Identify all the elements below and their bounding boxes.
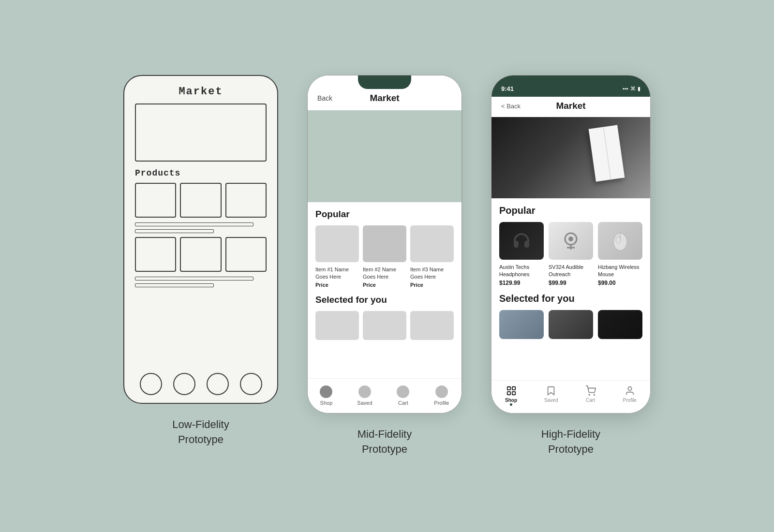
battery-icon: ▮ <box>638 86 640 92</box>
high-fi-nav-profile-label: Profile <box>623 398 637 403</box>
mid-fi-product-name-1: Item #1 Name Goes Here <box>315 266 359 280</box>
mid-fi-label: Mid-Fidelity Prototype <box>357 427 412 457</box>
svg-point-1 <box>568 236 573 241</box>
active-indicator <box>510 403 512 406</box>
high-fi-nav-profile[interactable]: Profile <box>623 385 637 403</box>
high-fi-nav-cart[interactable]: Cart <box>585 385 596 403</box>
high-fi-label: High-Fidelity Prototype <box>541 427 600 457</box>
svg-point-13 <box>628 387 631 390</box>
high-fi-products-grid: Austin Techs Headphones $129.99 <box>499 222 642 286</box>
low-fi-line-4 <box>135 283 214 287</box>
signal-icon: ▪▪▪ <box>623 86 628 91</box>
mid-fi-hero-placeholder <box>308 110 461 202</box>
high-fi-content-area: Popular Austin Techs Headphones $129.99 <box>491 198 650 380</box>
low-fi-product-6 <box>225 237 267 272</box>
high-fi-nav-cart-label: Cart <box>586 398 595 403</box>
hero-book-graphic <box>589 125 625 182</box>
low-fi-line-2 <box>135 229 214 233</box>
mid-fi-product-image-1 <box>315 225 359 262</box>
high-fi-product-name-2: SV324 Audible Outreach <box>549 264 593 278</box>
mid-fi-product-1[interactable]: Item #1 Name Goes Here Price <box>315 225 359 288</box>
low-fi-product-5 <box>180 237 221 272</box>
mid-fi-selected-grid <box>315 311 454 340</box>
mid-fi-nav-saved[interactable]: Saved <box>357 385 372 406</box>
mid-fi-nav-profile[interactable]: Profile <box>434 385 449 406</box>
svg-rect-10 <box>512 392 515 395</box>
low-fi-phone: Market Products <box>123 75 278 404</box>
mid-fi-notch <box>358 75 411 89</box>
cart-icon <box>397 385 409 398</box>
high-fi-phone: 9:41 ▪▪▪ ⌘ ▮ < Back Market Popular <box>491 75 651 414</box>
mid-fi-nav-cart[interactable]: Cart <box>397 385 409 406</box>
low-fi-app-title: Market <box>135 86 267 98</box>
high-fi-time: 9:41 <box>501 85 514 92</box>
high-fi-selected-label: Selected for you <box>499 293 642 304</box>
mid-fi-nav-profile-label: Profile <box>434 400 449 406</box>
shop-icon <box>506 385 517 396</box>
low-fi-nav <box>124 373 277 395</box>
mid-fi-product-price-1: Price <box>315 282 359 288</box>
profile-icon <box>435 385 448 398</box>
low-fi-product-1 <box>135 183 176 218</box>
high-fi-nav-shop-label: Shop <box>505 398 517 403</box>
svg-rect-9 <box>507 392 510 395</box>
high-fi-selected-grid <box>499 310 642 339</box>
high-fi-product-price-3: $99.00 <box>598 280 642 286</box>
high-fi-product-1[interactable]: Austin Techs Headphones $129.99 <box>499 222 544 286</box>
low-fi-nav-4[interactable] <box>240 373 262 395</box>
high-fi-nav-saved-label: Saved <box>544 398 558 403</box>
mid-fi-product-price-3: Price <box>410 282 454 288</box>
high-fi-product-name-1: Austin Techs Headphones <box>499 264 544 278</box>
mid-fi-product-image-2 <box>363 225 406 262</box>
mid-fi-product-price-2: Price <box>363 282 406 288</box>
low-fi-grid-row1 <box>135 183 267 218</box>
low-fi-label: Low-Fidelity Prototype <box>172 417 229 447</box>
mid-fi-content-area: Popular Item #1 Name Goes Here Price Ite… <box>308 202 461 386</box>
high-fi-selected-3 <box>598 310 642 339</box>
high-fi-back-button[interactable]: < Back <box>501 103 521 110</box>
main-container: Market Products <box>85 46 689 486</box>
high-fidelity-column: 9:41 ▪▪▪ ⌘ ▮ < Back Market Popular <box>491 75 651 457</box>
low-fi-nav-2[interactable] <box>173 373 195 395</box>
svg-rect-7 <box>507 387 510 390</box>
low-fi-grid-row2 <box>135 237 267 272</box>
low-fidelity-column: Market Products <box>123 75 278 447</box>
high-fi-product-image-outreach <box>549 222 593 260</box>
shop-icon <box>320 385 332 398</box>
mid-fi-popular-label: Popular <box>315 209 454 220</box>
high-fi-selected-1 <box>499 310 544 339</box>
high-fi-product-2[interactable]: SV324 Audible Outreach $99.99 <box>549 222 593 286</box>
mouse-svg <box>609 229 632 252</box>
mid-fi-product-2[interactable]: Item #2 Name Goes Here Price <box>363 225 406 288</box>
mid-fi-product-image-3 <box>410 225 454 262</box>
svg-point-12 <box>594 395 595 396</box>
mid-fi-selected-1 <box>315 311 359 340</box>
low-fi-nav-3[interactable] <box>207 373 229 395</box>
mid-fi-back-button[interactable]: Back <box>317 94 332 102</box>
svg-rect-8 <box>512 387 515 390</box>
mid-fi-product-3[interactable]: Item #3 Name Goes Here Price <box>410 225 454 288</box>
high-fi-nav-saved[interactable]: Saved <box>544 385 558 403</box>
high-fi-product-3[interactable]: Hizbang Wireless Mouse $99.00 <box>598 222 642 286</box>
mid-fi-nav-cart-label: Cart <box>398 400 408 406</box>
mid-fi-products-grid: Item #1 Name Goes Here Price Item #2 Nam… <box>315 225 454 288</box>
low-fi-nav-1[interactable] <box>140 373 162 395</box>
high-fi-product-price-2: $99.99 <box>549 280 593 286</box>
profile-icon <box>625 385 635 396</box>
saved-icon <box>546 385 556 396</box>
svg-point-11 <box>589 395 590 396</box>
mid-fi-selected-label: Selected for you <box>315 295 454 305</box>
low-fi-product-4 <box>135 237 176 272</box>
low-fi-line-3 <box>135 277 253 281</box>
outreach-svg <box>559 229 582 252</box>
wifi-icon: ⌘ <box>630 86 636 92</box>
low-fi-hero-placeholder <box>135 103 267 162</box>
high-fi-nav: Shop Saved Cart <box>491 380 650 413</box>
mid-fi-selected-3 <box>410 311 454 340</box>
high-fi-hero-image <box>491 117 650 198</box>
mid-fi-nav: Shop Saved Cart Profile <box>308 378 461 413</box>
saved-icon <box>358 385 371 398</box>
mid-fi-nav-shop[interactable]: Shop <box>320 385 332 406</box>
high-fi-popular-label: Popular <box>499 205 642 216</box>
high-fi-nav-shop[interactable]: Shop <box>505 385 517 403</box>
